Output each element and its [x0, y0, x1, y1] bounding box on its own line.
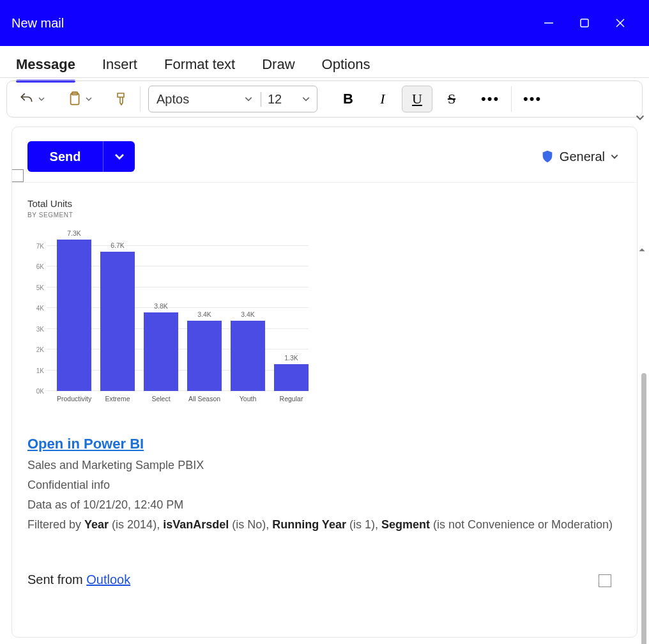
send-dropdown-button[interactable]: [103, 141, 135, 172]
scroll-up-arrow[interactable]: [638, 245, 646, 254]
image-resize-handle[interactable]: [599, 574, 611, 587]
ellipsis-icon: •••: [481, 91, 500, 107]
data-asof-text: Data as of 10/21/20, 12:40 PM: [27, 498, 622, 512]
font-size-value: 12: [268, 92, 282, 107]
y-tick-label: 3K: [36, 325, 44, 332]
compose-panel: Send General Total Units BY SEGMENT 0K1K…: [11, 126, 638, 638]
chart-bar: 1.3KRegular: [274, 225, 309, 391]
filter-field: Running Year: [272, 518, 346, 531]
underline-button[interactable]: U: [402, 86, 432, 112]
undo-button[interactable]: [15, 86, 49, 112]
ellipsis-icon: •••: [523, 91, 542, 107]
ribbon-tabs: Message Insert Format text Draw Options: [0, 46, 649, 78]
filter-summary-text: Filtered by Year (is 2014), isVanArsdel …: [27, 518, 622, 532]
y-tick-label: 2K: [36, 346, 44, 353]
sensitivity-label: General: [560, 150, 605, 164]
window-titlebar: New mail: [0, 0, 649, 46]
y-tick-label: 6K: [36, 263, 44, 270]
tab-format-text[interactable]: Format text: [164, 52, 235, 77]
signature-outlook-link[interactable]: Outlook: [86, 572, 130, 586]
chart-bar: 6.7KExtreme: [100, 225, 135, 391]
more-formatting-button[interactable]: •••: [477, 86, 503, 112]
open-in-powerbi-link[interactable]: Open in Power BI: [27, 436, 622, 452]
font-size-selector[interactable]: 12: [261, 92, 317, 107]
tab-message[interactable]: Message: [16, 52, 75, 77]
italic-button[interactable]: I: [367, 86, 398, 112]
bar-category-label: Regular: [274, 395, 309, 402]
bar-category-label: Youth: [231, 395, 265, 402]
format-painter-button[interactable]: [109, 86, 132, 112]
y-tick-label: 0K: [36, 388, 44, 395]
window-title: New mail: [11, 16, 542, 31]
signature-prefix: Sent from: [27, 572, 86, 586]
bar-category-label: All Season: [187, 395, 222, 402]
y-tick-label: 5K: [36, 284, 44, 291]
chart-bar: 3.4KYouth: [231, 225, 265, 391]
strikethrough-button[interactable]: S: [436, 86, 467, 112]
scrollbar-thumb[interactable]: [641, 373, 646, 644]
chart-bar: 3.4KAll Season: [187, 225, 222, 391]
font-name-value: Aptos: [157, 92, 189, 107]
embedded-chart: Total Units BY SEGMENT 0K1K2K3K4K5K6K7K …: [27, 198, 309, 428]
sensitivity-dropdown[interactable]: General: [540, 150, 619, 164]
bar-category-label: Extreme: [100, 395, 135, 402]
tab-options[interactable]: Options: [322, 52, 370, 77]
bar-value-label: 7.3K: [67, 229, 81, 237]
close-button[interactable]: [613, 16, 627, 30]
font-selector[interactable]: Aptos 12: [148, 86, 317, 112]
tab-insert[interactable]: Insert: [102, 52, 137, 77]
svg-rect-1: [581, 19, 588, 27]
signature-line: Sent from Outlook: [27, 572, 622, 587]
bar-category-label: Select: [144, 395, 178, 402]
chart-y-axis: 0K1K2K3K4K5K6K7K: [27, 225, 47, 391]
ribbon-toolbar: Aptos 12 B I U S ••• •••: [6, 80, 643, 118]
message-body[interactable]: Total Units BY SEGMENT 0K1K2K3K4K5K6K7K …: [12, 183, 637, 594]
attachment-placeholder: [11, 169, 24, 182]
bar-value-label: 3.8K: [154, 302, 168, 310]
tab-draw[interactable]: Draw: [262, 52, 294, 77]
bold-button[interactable]: B: [333, 86, 363, 112]
bar-value-label: 3.4K: [241, 310, 255, 318]
filter-field: Segment: [381, 518, 430, 531]
more-commands-button[interactable]: •••: [519, 86, 546, 112]
clipboard-button[interactable]: [62, 86, 96, 112]
y-tick-label: 7K: [36, 242, 44, 249]
chart-title: Total Units: [27, 198, 309, 209]
y-tick-label: 4K: [36, 305, 44, 312]
send-split-button: Send: [27, 141, 135, 172]
chart-bars: 7.3KProductivity6.7KExtreme3.8KSelect3.4…: [53, 225, 309, 391]
bar-value-label: 6.7K: [111, 241, 125, 249]
report-name-text: Sales and Marketing Sample PBIX: [27, 459, 622, 472]
send-button[interactable]: Send: [27, 141, 103, 172]
chart-bar: 3.8KSelect: [144, 225, 178, 391]
y-tick-label: 1K: [36, 367, 44, 374]
minimize-button[interactable]: [542, 16, 556, 30]
filter-field: Year: [84, 518, 109, 531]
classification-text: Confidential info: [27, 479, 622, 492]
filter-field: isVanArsdel: [163, 518, 229, 531]
chevron-down-icon: [610, 152, 619, 161]
maximize-button[interactable]: [577, 16, 592, 30]
bar-category-label: Productivity: [57, 395, 91, 402]
shield-icon: [540, 150, 554, 164]
bar-value-label: 3.4K: [197, 310, 211, 318]
chart-bar: 7.3KProductivity: [57, 225, 91, 391]
chart-subtitle: BY SEGMENT: [27, 211, 309, 218]
bar-value-label: 1.3K: [284, 354, 298, 362]
